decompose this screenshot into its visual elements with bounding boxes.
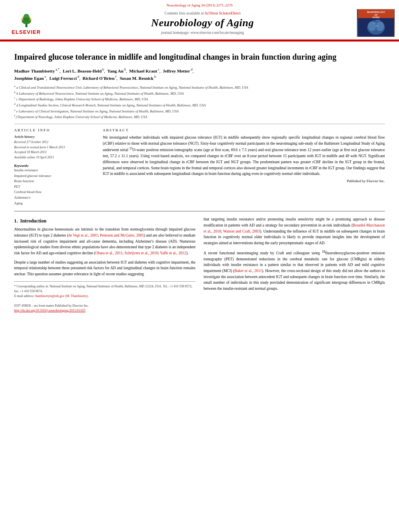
author-7-sup: d xyxy=(77,75,79,79)
affiliation-d: d d Longitudinal Studies Section, Clinic… xyxy=(14,103,206,107)
svg-point-4 xyxy=(21,19,23,21)
cover-image-icon: NEUROBIOLOGY OF AGING xyxy=(358,9,394,37)
svg-point-5 xyxy=(29,19,31,21)
journal-title-center: Contents lists available at SciVerse Sci… xyxy=(48,11,357,35)
svg-text:AGING: AGING xyxy=(372,16,379,19)
affiliation-b: b b Laboratory of Behavioral Neuroscienc… xyxy=(14,91,184,96)
doi-link[interactable]: http://dx.doi.org/10.1016/j.neurobiolagi… xyxy=(14,309,85,312)
ref-baker[interactable]: Baker et al., 2011 xyxy=(235,269,262,273)
intro-para-1: Abnormalities in glucose homeostasis are… xyxy=(14,227,195,256)
elsevier-tree-icon xyxy=(11,11,42,28)
article-info-abstract: ARTICLE INFO Article history: Received 2… xyxy=(14,128,385,206)
article-body: Impaired glucose tolerance in midlife an… xyxy=(0,42,399,319)
author-3: Yang An xyxy=(107,69,123,73)
accepted-date: Accepted 18 March 2013 xyxy=(14,150,95,155)
author-7: Luigi Ferrucci xyxy=(49,76,77,81)
svg-text:NEUROBIOLOGY: NEUROBIOLOGY xyxy=(367,11,385,13)
received-date: Received 27 October 2012 xyxy=(14,140,95,145)
journal-homepage: journal homepage: www.elsevier.com/locat… xyxy=(48,31,357,35)
keyword-3: Brain function xyxy=(14,179,95,184)
ref-yaffe[interactable]: Yaffe et al., 2012 xyxy=(160,251,186,255)
doi-line: http://dx.doi.org/10.1016/j.neurobiolagi… xyxy=(14,308,195,313)
sciverse-line: Contents lists available at SciVerse Sci… xyxy=(48,11,357,15)
ref-schrijvers[interactable]: Schrijvers et al., 2010 xyxy=(125,251,158,255)
author-8-sup: f xyxy=(114,75,116,79)
footnotes: * Corresponding author at: National Inst… xyxy=(14,281,195,313)
body-right-col: that targeting insulin resistance and/or… xyxy=(204,216,385,313)
published-line: Published by Elsevier Inc. xyxy=(103,179,385,184)
body-left-col: 1. Introduction Abnormalities in glucose… xyxy=(14,216,195,313)
elsevier-logo: ELSEVIER xyxy=(4,11,48,35)
author-4: Michael Kraut xyxy=(129,69,157,73)
author-6-sup: e xyxy=(44,75,46,79)
body-content: 1. Introduction Abnormalities in glucose… xyxy=(14,216,385,313)
sciverse-link[interactable]: SciVerse ScienceDirect xyxy=(205,11,241,15)
affiliation-e: e e Laboratory of Clinical Investigation… xyxy=(14,109,179,113)
keyword-1: Insulin resistance xyxy=(14,168,95,173)
author-2-sup: b xyxy=(102,68,104,71)
author-3-sup: b xyxy=(123,68,126,71)
header-main: ELSEVIER Contents lists available at Sci… xyxy=(0,9,399,37)
abstract-text: We investigated whether individuals with… xyxy=(103,135,385,184)
email-link[interactable]: thambisetym@nih.gov (M. Thambisetty). xyxy=(35,294,89,298)
page: Neurobiology of Aging 34 (2013) 2271–227… xyxy=(0,0,399,319)
author-5: Jeffrey Metter xyxy=(163,69,190,73)
intro-heading: 1. Introduction xyxy=(14,218,195,224)
author-2: Lori L. Beason-Held xyxy=(63,69,102,73)
journal-citation: Neurobiology of Aging 34 (2013) 2271–227… xyxy=(0,3,399,7)
keyword-6: Alzheimer's xyxy=(14,195,95,201)
journal-name: Neurobiology of Aging xyxy=(48,17,357,29)
svg-point-3 xyxy=(23,14,29,18)
article-history: Article history: Received 27 October 201… xyxy=(14,135,95,160)
author-6: Josephine Egan xyxy=(14,76,44,81)
author-8: Richard O'Brien xyxy=(83,76,114,81)
abstract-label: ABSTRACT xyxy=(103,128,385,132)
keyword-2: Impaired glucose tolerance xyxy=(14,173,95,179)
affiliation-c: c c Department of Radiology, Johns Hopki… xyxy=(14,97,148,101)
revised-date: Received in revised form 1 March 2013 xyxy=(14,145,95,150)
journal-header: Neurobiology of Aging 34 (2013) 2271–227… xyxy=(0,0,399,42)
article-title: Impaired glucose tolerance in midlife an… xyxy=(14,52,385,62)
affiliation-a: a a Clinical and Translational Neuroscie… xyxy=(14,85,248,89)
svg-point-7 xyxy=(28,17,30,18)
right-para-1: that targeting insulin resistance and/or… xyxy=(204,216,385,246)
authors-line: Madhav Thambisetty a,*, Lori L. Beason-H… xyxy=(14,67,385,82)
elsevier-text: ELSEVIER xyxy=(12,29,41,35)
journal-cover-image: NEUROBIOLOGY OF AGING xyxy=(357,9,395,37)
affiliations: a a Clinical and Translational Neuroscie… xyxy=(14,85,385,120)
email-note: E-mail address: thambisetym@nih.gov (M. … xyxy=(14,294,195,299)
red-divider xyxy=(0,39,399,41)
left-column: ARTICLE INFO Article history: Received 2… xyxy=(14,128,95,206)
affiliation-f: f f Department of Neurology, Johns Hopki… xyxy=(14,115,147,119)
section-title: Introduction xyxy=(20,218,46,224)
ref-ohara[interactable]: Ohara et al., 2011 xyxy=(96,251,123,255)
right-column-abstract: ABSTRACT We investigated whether individ… xyxy=(103,128,385,206)
author-1: Madhav Thambisetty xyxy=(14,69,55,73)
keywords-label: Keywords: xyxy=(14,164,95,168)
keyword-5: Cerebral blood flow xyxy=(14,189,95,195)
svg-point-6 xyxy=(22,17,24,18)
svg-point-15 xyxy=(376,21,384,31)
issn-line: 0197-4580/$ – see front matter Published… xyxy=(14,303,195,308)
section-number: 1. xyxy=(14,218,18,224)
right-para-2: A recent functional neuroimaging study b… xyxy=(204,249,385,292)
ref-watson[interactable]: Watson and Craft, 2003 xyxy=(223,229,260,233)
intro-para-2: Despite a large number of studies sugges… xyxy=(14,260,195,277)
author-4-sup: c xyxy=(157,68,160,71)
keywords-section: Keywords: Insulin resistance Impaired gl… xyxy=(14,164,95,206)
keyword-7: Aging xyxy=(14,201,95,206)
author-9-sup: b xyxy=(154,75,156,79)
divider-after-affiliations xyxy=(14,124,385,124)
author-1-sup: a,* xyxy=(55,68,60,71)
article-info-label: ARTICLE INFO xyxy=(14,128,95,132)
main-content-divider xyxy=(14,211,385,212)
author-5-sup: d xyxy=(190,68,193,71)
ref-petersen[interactable]: Petersen and McGuire, 2005 xyxy=(100,233,144,237)
ref-de-vegt[interactable]: de Vegt et al., 2001 xyxy=(68,233,98,237)
keyword-4: PET xyxy=(14,184,95,190)
author-9: Susan M. Resnick xyxy=(120,76,154,81)
available-date: Available online 19 April 2013 xyxy=(14,155,95,160)
corresponding-note: * Corresponding author at: National Inst… xyxy=(14,284,195,294)
history-label: Article history: xyxy=(14,135,95,140)
